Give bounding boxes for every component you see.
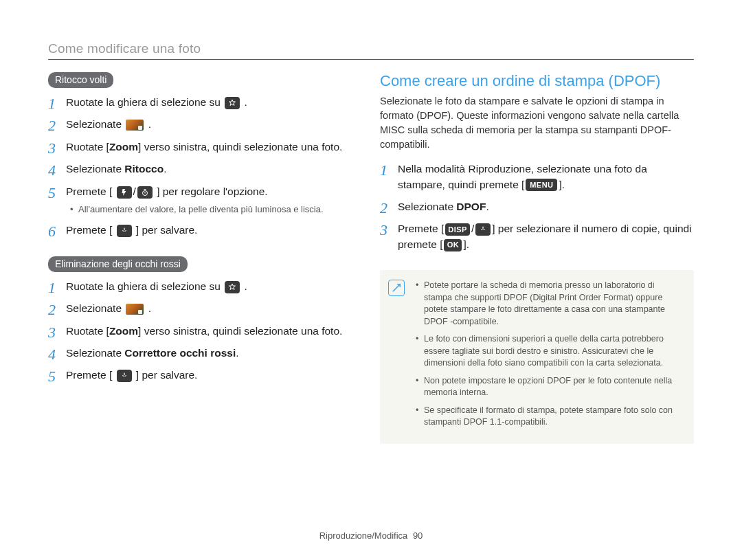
- bold-text: DPOF: [456, 201, 486, 212]
- text: Ruotate [: [66, 325, 109, 337]
- step: Nella modalità Riproduzione, selezionate…: [380, 161, 694, 192]
- text: ] verso sinistra, quindi selezionate una…: [138, 141, 342, 153]
- macro-icon: [475, 223, 491, 236]
- text: Nella modalità Riproduzione, selezionate…: [398, 163, 647, 190]
- bold-text: Ritocco: [124, 163, 164, 175]
- text: /: [471, 223, 474, 234]
- macro-icon: [117, 370, 132, 382]
- section-title-dpof: Come creare un ordine di stampa (DPOF): [380, 72, 694, 90]
- zoom-label: Zoom: [109, 325, 138, 337]
- note-item: Potete portare la scheda di memoria pres…: [416, 280, 684, 328]
- steps-ritocco: Ruotate la ghiera di selezione su . Sele…: [48, 95, 362, 238]
- steps-occhi-rossi: Ruotate la ghiera di selezione su . Sele…: [48, 279, 362, 383]
- step: Premete [ ] per salvare.: [48, 368, 362, 383]
- step: Selezionate Correttore occhi rossi.: [48, 346, 362, 361]
- text: .: [148, 302, 151, 314]
- text: Premete [: [66, 186, 112, 197]
- note-icon-wrapper: [388, 280, 405, 297]
- pill-ritocco-volti: Ritocco volti: [48, 72, 113, 88]
- text: .: [148, 118, 151, 130]
- header-rule: [48, 59, 694, 60]
- step: Ruotate [Zoom] verso sinistra, quindi se…: [48, 324, 362, 339]
- step: Selezionate DPOF.: [380, 199, 694, 214]
- left-column: Ritocco volti Ruotate la ghiera di selez…: [48, 72, 362, 444]
- photo-edit-icon: [126, 120, 144, 131]
- text: Selezionate: [66, 302, 124, 314]
- zoom-label: Zoom: [109, 141, 138, 153]
- right-column: Come creare un ordine di stampa (DPOF) S…: [380, 72, 694, 444]
- text: .: [245, 96, 247, 108]
- text: .: [236, 347, 238, 359]
- text: Selezionate: [66, 118, 124, 130]
- step: Ruotate la ghiera di selezione su .: [48, 279, 362, 294]
- sub-text: All'aumentare del valore, la pelle diven…: [70, 203, 362, 216]
- step: Selezionate .: [48, 301, 362, 316]
- text: ].: [559, 179, 565, 190]
- disp-button-icon: DISP: [445, 223, 470, 236]
- ok-button-icon: OK: [444, 239, 462, 251]
- text: ] per salvare.: [136, 369, 198, 381]
- text: Premete [: [398, 223, 444, 234]
- text: Selezionate: [66, 163, 124, 175]
- text: Selezionate: [398, 201, 456, 212]
- text: .: [164, 163, 166, 175]
- mode-dial-edit-icon: [225, 281, 240, 293]
- footer-section: Riproduzione/Modifica: [319, 530, 408, 541]
- page: Come modificare una foto Ritocco volti R…: [0, 0, 742, 560]
- text: Ruotate la ghiera di selezione su: [66, 96, 223, 108]
- step: Selezionate Ritocco.: [48, 161, 362, 177]
- footer: Riproduzione/Modifica 90: [0, 530, 742, 541]
- step: Premete [ / ] per regolare l'opzione. Al…: [48, 184, 362, 216]
- mode-dial-edit-icon: [225, 97, 240, 109]
- note-list: Potete portare la scheda di memoria pres…: [416, 280, 684, 429]
- pill-occhi-rossi: Eliminazione degli occhi rossi: [48, 256, 188, 272]
- note-box: Potete portare la scheda di memoria pres…: [380, 270, 694, 444]
- text: /: [133, 186, 136, 197]
- text: Ruotate [: [66, 141, 109, 153]
- page-title: Come modificare una foto: [48, 41, 694, 56]
- bold-text: Correttore occhi rossi: [124, 347, 236, 359]
- photo-edit-icon: [126, 304, 144, 315]
- note-item: Le foto con dimensioni superiori a quell…: [416, 333, 684, 370]
- steps-dpof: Nella modalità Riproduzione, selezionate…: [380, 161, 694, 252]
- macro-icon: [117, 225, 132, 237]
- step: Selezionate .: [48, 117, 362, 132]
- menu-button-icon: MENU: [526, 179, 557, 191]
- text: .: [245, 280, 247, 292]
- text: ].: [463, 238, 469, 250]
- text: .: [486, 201, 488, 212]
- text: Selezionate: [66, 347, 124, 359]
- step: Ruotate la ghiera di selezione su .: [48, 95, 362, 110]
- text: Ruotate la ghiera di selezione su: [66, 280, 223, 292]
- note-item: Non potete impostare le opzioni DPOF per…: [416, 375, 684, 399]
- note-icon: [388, 280, 405, 296]
- step: Ruotate [Zoom] verso sinistra, quindi se…: [48, 139, 362, 155]
- text: ] verso sinistra, quindi selezionate una…: [138, 325, 342, 337]
- text: ] per regolare l'opzione.: [157, 186, 268, 197]
- substeps: All'aumentare del valore, la pelle diven…: [66, 203, 362, 216]
- flash-icon: [117, 186, 132, 199]
- text: ] per salvare.: [136, 224, 198, 236]
- section-intro: Selezionate le foto da stampare e salvat…: [380, 94, 694, 152]
- text: Premete [: [66, 224, 112, 236]
- step: Premete [ ] per salvare.: [48, 223, 362, 238]
- step: Premete [DISP/ ] per selezionare il nume…: [380, 221, 694, 252]
- timer-icon: [137, 186, 153, 199]
- columns: Ritocco volti Ruotate la ghiera di selez…: [48, 72, 694, 444]
- page-number: 90: [413, 530, 423, 541]
- note-item: Se specificate il formato di stampa, pot…: [416, 405, 684, 429]
- text: Premete [: [66, 369, 112, 381]
